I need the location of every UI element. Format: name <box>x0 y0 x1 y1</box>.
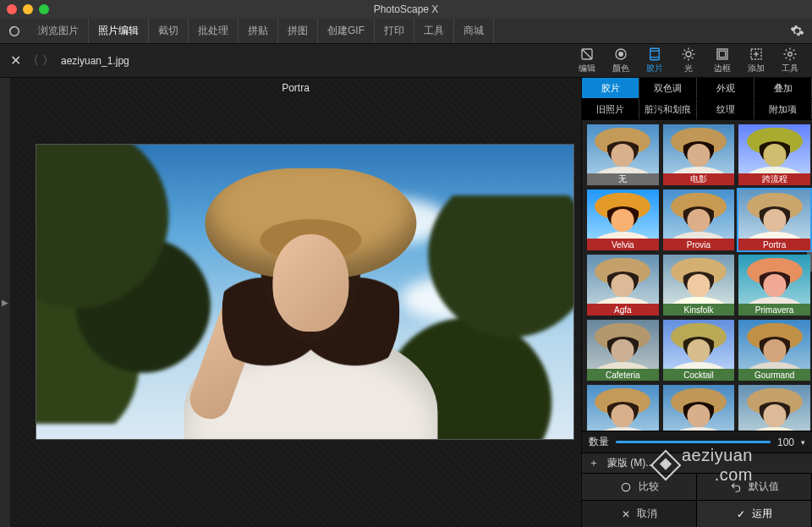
preset-thumb[interactable]: 电影 <box>663 124 735 185</box>
preset-thumb[interactable] <box>738 385 810 431</box>
preset-label: Primavera <box>738 304 810 316</box>
svg-point-7 <box>686 52 691 57</box>
tool-label: 添加 <box>748 63 765 74</box>
tool-label: 边框 <box>714 63 731 74</box>
preset-thumb[interactable]: Gourmand <box>738 320 810 381</box>
compare-icon <box>620 481 632 493</box>
settings-icon[interactable] <box>782 19 812 43</box>
preset-thumb[interactable]: Portra <box>738 189 810 250</box>
preset-thumb[interactable]: Cocktail <box>663 320 735 381</box>
tool-film[interactable]: 胶片 <box>638 47 672 74</box>
cancel-apply-row: ✕ 取消 ✓ 运用 <box>582 500 812 527</box>
preset-grid: 无电影跨流程VelviaProviaPortraAgfaKinsfolkPrim… <box>582 120 812 431</box>
amount-chevron-icon[interactable]: ▾ <box>801 438 805 447</box>
svg-line-14 <box>692 50 694 52</box>
preset-thumb[interactable]: Provia <box>663 189 735 250</box>
main-tab[interactable]: 截切 <box>149 19 189 43</box>
document-bar: ✕ 〈 〉 aeziyuan_1.jpg 编辑颜色胶片光边框添加工具 <box>0 44 812 78</box>
amount-slider[interactable] <box>616 441 771 443</box>
preset-thumb[interactable]: Velvia <box>587 189 659 250</box>
tool-label: 光 <box>684 63 693 74</box>
preset-thumb[interactable]: 跨流程 <box>738 124 810 185</box>
tool-label: 胶片 <box>646 63 663 74</box>
insert-icon <box>749 47 764 62</box>
preset-thumb[interactable]: Cafeteria <box>587 320 659 381</box>
panel-tab[interactable]: 双色调 <box>639 78 697 98</box>
prev-icon[interactable]: 〈 <box>25 53 41 69</box>
panel-tab[interactable]: 外观 <box>697 78 754 98</box>
next-icon[interactable]: 〉 <box>41 53 56 69</box>
svg-rect-4 <box>650 48 660 60</box>
svg-line-13 <box>692 58 694 59</box>
filename-label: aeziyuan_1.jpg <box>61 55 129 67</box>
compare-label: 比较 <box>639 480 659 494</box>
main-tab[interactable]: 拼图 <box>278 19 318 43</box>
tool-color[interactable]: 颜色 <box>604 47 638 74</box>
tool-tools[interactable]: 工具 <box>773 47 807 74</box>
preview-label: Portra <box>10 78 581 98</box>
amount-label: 数量 <box>589 435 609 449</box>
preset-label: Agfa <box>587 304 659 316</box>
preset-label: Velvia <box>587 239 659 250</box>
main-tab[interactable]: 照片编辑 <box>89 19 149 43</box>
reset-button[interactable]: 默认值 <box>697 474 812 500</box>
preset-label: Gourmand <box>738 369 810 381</box>
preset-thumb[interactable] <box>663 385 735 431</box>
preset-thumb[interactable] <box>587 385 659 431</box>
panel-tab[interactable]: 胶片 <box>582 78 639 98</box>
app-title: PhotoScape X <box>0 3 812 15</box>
effects-panel: 胶片双色调外观叠加 旧照片脏污和划痕纹理附加项 无电影跨流程VelviaProv… <box>581 78 812 527</box>
panel-tabrow-b: 旧照片脏污和划痕纹理附加项 <box>582 99 812 120</box>
reset-label: 默认值 <box>749 480 779 494</box>
film-icon <box>647 47 662 62</box>
cancel-label: 取消 <box>637 507 657 521</box>
workspace: ▶ Portra 胶片双色调外观叠加 旧照片脏污和划痕纹理附加项 无电影跨流程V… <box>0 78 812 527</box>
tool-light[interactable]: 光 <box>672 47 705 74</box>
preset-label: Cafeteria <box>587 369 659 381</box>
main-tab[interactable]: 工具 <box>414 19 454 43</box>
panel-tab[interactable]: 附加项 <box>754 99 812 119</box>
tool-label: 编辑 <box>579 63 595 74</box>
preset-label: 跨流程 <box>738 173 810 185</box>
add-mask-icon[interactable]: ＋ <box>589 456 599 470</box>
home-icon[interactable] <box>0 19 29 43</box>
main-tab[interactable]: 创建GIF <box>318 19 375 43</box>
preset-thumb[interactable]: Agfa <box>587 255 659 316</box>
preset-label: Cocktail <box>663 369 735 381</box>
preset-thumb[interactable]: Kinsfolk <box>663 255 735 316</box>
close-document-icon[interactable]: ✕ <box>5 52 25 69</box>
preset-thumb[interactable]: 无 <box>587 124 659 185</box>
check-icon: ✓ <box>737 508 745 520</box>
panel-tab[interactable]: 叠加 <box>754 78 812 98</box>
preset-thumb[interactable]: Primavera <box>738 255 810 316</box>
left-drawer-handle[interactable]: ▶ <box>0 78 10 527</box>
main-tab[interactable]: 拼贴 <box>239 19 278 43</box>
svg-point-21 <box>788 52 793 57</box>
x-icon: ✕ <box>622 508 630 520</box>
panel-tab[interactable]: 旧照片 <box>582 99 639 119</box>
apply-label: 运用 <box>752 507 772 521</box>
panel-tab[interactable]: 脏污和划痕 <box>639 99 697 119</box>
preset-label: 电影 <box>663 173 735 185</box>
preset-label: Portra <box>738 239 810 250</box>
titlebar: PhotoScape X <box>0 0 812 19</box>
main-tab[interactable]: 批处理 <box>189 19 239 43</box>
panel-tab[interactable]: 纹理 <box>697 99 754 119</box>
apply-button[interactable]: ✓ 运用 <box>697 501 812 527</box>
image-canvas[interactable] <box>36 144 574 440</box>
preset-label: Provia <box>663 239 735 250</box>
undo-icon <box>730 481 742 493</box>
amount-value: 100 <box>777 436 794 448</box>
main-tab[interactable]: 商城 <box>454 19 494 43</box>
mask-row[interactable]: ＋ 蒙版 (M)... <box>582 453 812 473</box>
main-tab[interactable]: 浏览图片 <box>29 19 89 43</box>
tool-frame[interactable]: 边框 <box>705 47 739 74</box>
tool-edit[interactable]: 编辑 <box>570 47 604 74</box>
tool-insert[interactable]: 添加 <box>739 47 773 74</box>
canvas-area: Portra <box>10 78 581 527</box>
compare-button[interactable]: 比较 <box>582 474 697 500</box>
amount-row: 数量 100 ▾ <box>582 431 812 453</box>
cancel-button[interactable]: ✕ 取消 <box>582 501 697 527</box>
tool-label: 颜色 <box>612 63 629 74</box>
main-tab[interactable]: 打印 <box>375 19 414 43</box>
